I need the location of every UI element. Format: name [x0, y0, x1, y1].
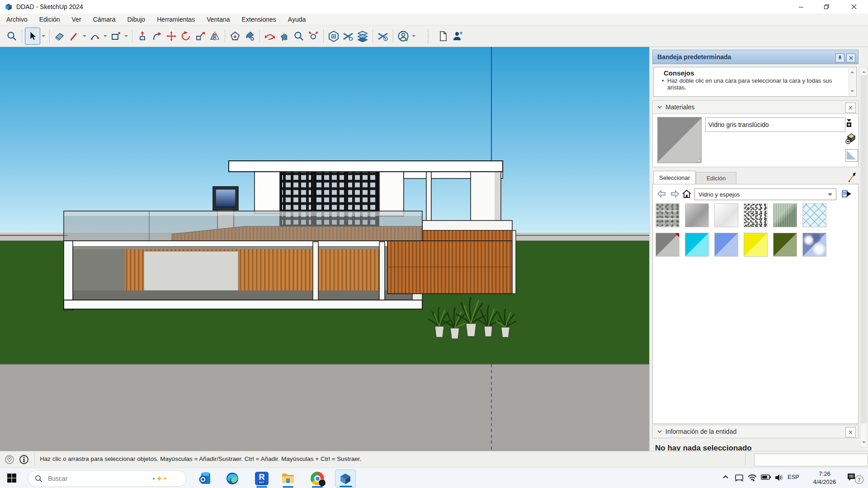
- material-swatch[interactable]: [773, 203, 797, 227]
- volume-button[interactable]: [774, 473, 784, 482]
- materials-close-button[interactable]: [845, 103, 856, 113]
- menu-archivo[interactable]: Archivo: [6, 14, 34, 24]
- taskbar-search[interactable]: ✦ ✦ ✦: [28, 470, 186, 487]
- forward-button[interactable]: [669, 188, 681, 200]
- tray-close-button[interactable]: [846, 53, 855, 62]
- offset-tool-button[interactable]: [228, 28, 242, 44]
- menu-camara[interactable]: Cámara: [93, 14, 122, 24]
- create-material-button[interactable]: [845, 133, 856, 146]
- select-tool-dropdown[interactable]: [40, 28, 47, 44]
- taskbar-app-revit[interactable]: R RVT: [253, 469, 271, 488]
- pan-tool-button[interactable]: [277, 28, 292, 44]
- taskbar-app-outlook[interactable]: [196, 469, 214, 488]
- material-swatch[interactable]: [685, 233, 709, 257]
- rectangle-tool-button[interactable]: [108, 28, 123, 44]
- tray-pin-button[interactable]: [835, 53, 844, 62]
- geolocation-button[interactable]: [5, 455, 14, 466]
- tips-scrollbar[interactable]: [849, 68, 856, 96]
- line-tool-button[interactable]: [67, 28, 81, 44]
- menu-dibujo[interactable]: Dibujo: [127, 14, 151, 24]
- new-model-button[interactable]: [436, 28, 450, 44]
- material-swatch[interactable]: [744, 233, 768, 257]
- material-swatch[interactable]: [802, 233, 826, 257]
- tags-button[interactable]: [355, 28, 370, 44]
- menu-extensiones[interactable]: Extensiones: [242, 14, 283, 24]
- material-swatch[interactable]: [714, 203, 738, 227]
- menu-ayuda[interactable]: Ayuda: [288, 14, 312, 24]
- material-swatch[interactable]: [714, 233, 738, 257]
- wifi-button[interactable]: [747, 473, 757, 482]
- rectangle-tool-dropdown[interactable]: [123, 28, 129, 44]
- collection-dropdown[interactable]: Vidrio y espejos: [694, 188, 836, 200]
- tray-scrollbar[interactable]: [860, 67, 868, 447]
- tab-seleccionar[interactable]: Seleccionar: [653, 171, 696, 184]
- modeling-viewport[interactable]: [0, 47, 649, 451]
- scrollbar-thumb[interactable]: [861, 75, 867, 423]
- home-button[interactable]: [681, 188, 693, 200]
- orbit-tool-button[interactable]: [263, 28, 277, 44]
- menu-herramientas[interactable]: Herramientas: [157, 14, 201, 24]
- tab-edicion[interactable]: Edición: [696, 172, 736, 184]
- material-swatch[interactable]: [744, 203, 768, 227]
- flip-along-tool-button[interactable]: [208, 28, 222, 44]
- notifications-button[interactable]: 7: [846, 472, 858, 485]
- material-preview-thumbnail[interactable]: [657, 117, 702, 163]
- material-swatch[interactable]: [802, 203, 826, 227]
- arc-tool-button[interactable]: [88, 28, 102, 44]
- collection-details-button[interactable]: [841, 188, 853, 200]
- extension-warehouse-button[interactable]: [341, 28, 355, 44]
- arc-tool-dropdown[interactable]: [102, 28, 108, 44]
- line-tool-dropdown[interactable]: [81, 28, 88, 44]
- battery-button[interactable]: [760, 473, 771, 481]
- menu-edicion[interactable]: Edición: [39, 14, 66, 24]
- menu-ventana[interactable]: Ventana: [207, 14, 236, 24]
- start-button[interactable]: [6, 473, 17, 485]
- zoom-extents-tool-button[interactable]: [306, 28, 321, 44]
- add-collaborator-button[interactable]: [450, 28, 465, 44]
- taskbar-app-edge[interactable]: [223, 469, 241, 488]
- material-swatch-selected[interactable]: [656, 233, 679, 257]
- material-swatch[interactable]: [656, 203, 679, 227]
- entity-info-section-header[interactable]: Información de la entidad: [652, 425, 859, 438]
- language-indicator[interactable]: ESP: [788, 474, 799, 480]
- scale-tool-button[interactable]: [193, 28, 208, 44]
- materials-section-header[interactable]: Materiales: [652, 100, 859, 114]
- secondary-pane-button[interactable]: [845, 118, 853, 130]
- search-input[interactable]: [47, 474, 139, 483]
- eraser-tool-button[interactable]: [52, 28, 67, 44]
- collection-value: Vidrio y espejos: [698, 191, 828, 198]
- follow-me-tool-button[interactable]: [150, 28, 164, 44]
- tray-title-bar[interactable]: Bandeja predeterminada: [652, 50, 859, 64]
- material-swatch[interactable]: [685, 203, 709, 227]
- help-info-button[interactable]: [19, 455, 29, 466]
- taskbar-app-file-explorer[interactable]: [279, 469, 297, 488]
- move-tool-button[interactable]: [164, 28, 179, 44]
- entity-info-close-button[interactable]: [845, 427, 856, 437]
- tray-overflow-button[interactable]: [722, 473, 730, 481]
- cast-button[interactable]: [734, 473, 744, 482]
- push-pull-tool-button[interactable]: [135, 28, 150, 44]
- material-name-input[interactable]: [705, 117, 845, 132]
- account-button[interactable]: [396, 28, 410, 44]
- measurements-input[interactable]: [754, 454, 868, 466]
- material-swatch[interactable]: [773, 233, 797, 257]
- menu-ver[interactable]: Ver: [72, 14, 88, 24]
- clock[interactable]: 7:26 4/4/2026: [807, 470, 842, 486]
- extension-manager-button[interactable]: [376, 28, 390, 44]
- restore-button[interactable]: [816, 0, 837, 14]
- default-material-sample[interactable]: [845, 149, 858, 162]
- zoom-tool-button[interactable]: [292, 28, 306, 44]
- rotate-tool-button[interactable]: [179, 28, 193, 44]
- minimize-button[interactable]: [791, 0, 811, 14]
- taskbar-app-chrome[interactable]: [308, 469, 326, 488]
- account-dropdown[interactable]: [410, 28, 417, 44]
- toolbar-grip-handle[interactable]: [428, 29, 432, 43]
- sample-paint-button[interactable]: [848, 172, 857, 184]
- close-button[interactable]: [844, 0, 864, 14]
- taskbar-app-sketchup[interactable]: [335, 469, 356, 488]
- 3d-warehouse-button[interactable]: [326, 28, 341, 44]
- paint-bucket-tool-button[interactable]: [242, 28, 257, 44]
- back-button[interactable]: [656, 188, 667, 200]
- zoom-window-tool-button[interactable]: [5, 28, 19, 44]
- select-tool-button[interactable]: [25, 28, 40, 45]
